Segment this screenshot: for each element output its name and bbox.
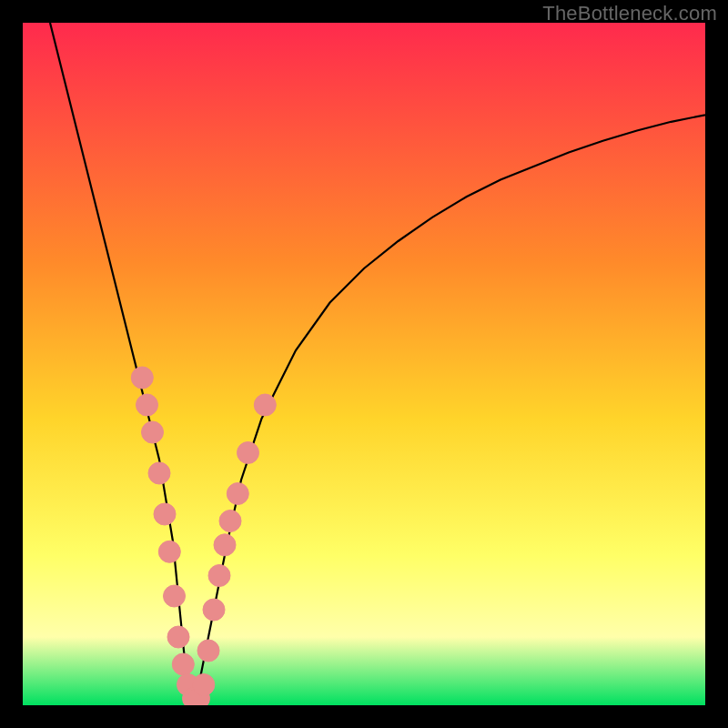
plot-area [23, 23, 705, 705]
gradient-background [23, 23, 705, 705]
data-marker [254, 394, 276, 416]
data-marker [193, 674, 215, 696]
data-marker [214, 534, 236, 556]
data-marker [172, 653, 194, 675]
data-marker [142, 421, 164, 443]
data-marker [227, 483, 248, 505]
data-marker [238, 442, 259, 464]
data-marker [208, 565, 230, 587]
data-marker [158, 541, 180, 562]
data-marker [167, 626, 189, 648]
data-marker [148, 462, 170, 484]
data-marker [164, 585, 186, 607]
data-marker [197, 640, 219, 662]
data-marker [154, 503, 176, 525]
plot-svg [23, 23, 705, 705]
data-marker [219, 511, 241, 532]
chart-frame: TheBottleneck.com [0, 0, 728, 728]
data-marker [131, 367, 153, 389]
data-marker [136, 394, 158, 416]
watermark-text: TheBottleneck.com [542, 2, 717, 25]
data-marker [203, 599, 225, 621]
